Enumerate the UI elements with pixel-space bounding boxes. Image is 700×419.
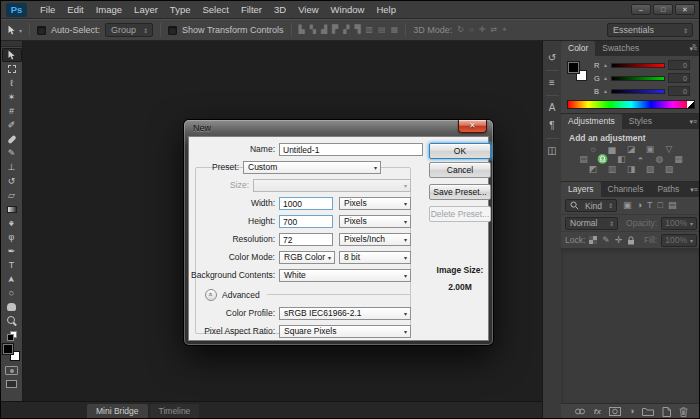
panel-menu-icon[interactable]: ▾≡	[686, 182, 700, 197]
move-tool[interactable]	[2, 48, 22, 62]
color-balance-icon[interactable]: ♎	[597, 155, 608, 164]
3d-rotate-icon[interactable]: ↻	[457, 26, 464, 34]
adjustments-tab-adjustments[interactable]: Adjustments	[561, 114, 622, 129]
color-spectrum-ramp[interactable]	[567, 100, 695, 109]
panel-menu-icon[interactable]: ▾≡	[685, 114, 700, 129]
resolution-unit-select[interactable]: Pixels/Inch ▾	[339, 233, 411, 246]
filter-type-layers-icon[interactable]: T	[647, 201, 653, 210]
paragraph-panel-icon[interactable]: ¶	[543, 117, 561, 135]
invert-icon[interactable]: ◩	[588, 165, 599, 174]
color-tab-color[interactable]: Color	[561, 41, 595, 56]
channel-slider[interactable]	[611, 89, 665, 94]
menu-layer[interactable]: Layer	[128, 1, 164, 19]
height-unit-select[interactable]: Pixels ▾	[339, 215, 411, 228]
posterize-icon[interactable]: ▥	[607, 165, 618, 174]
align-left-edges-icon[interactable]: ▙	[299, 26, 305, 34]
lock-all-icon[interactable]	[627, 236, 635, 245]
layer-effects-icon[interactable]: fx	[594, 408, 601, 416]
filter-pixel-layers-icon[interactable]: ▣	[623, 201, 632, 210]
channel-value[interactable]: 0	[668, 86, 690, 96]
vibrance-icon[interactable]: ▽	[664, 145, 675, 154]
foreground-color-chip[interactable]	[568, 62, 579, 73]
screen-mode-button[interactable]	[6, 380, 17, 388]
eyedropper-tool[interactable]: ✐	[2, 118, 22, 132]
menu-view[interactable]: View	[292, 1, 324, 19]
foreground-background-swatches[interactable]	[3, 344, 20, 361]
channel-slider[interactable]	[611, 63, 665, 68]
blend-mode-select[interactable]: Normal ⇕	[565, 217, 618, 230]
3d-roll-icon[interactable]: ○	[469, 26, 474, 34]
height-input[interactable]	[279, 215, 333, 228]
color-tab-swatches[interactable]: Swatches	[595, 41, 646, 56]
clone-stamp-tool[interactable]: ⊥	[2, 160, 22, 174]
new-adjustment-layer-icon[interactable]: ◑	[629, 407, 634, 416]
curves-icon[interactable]: ◪	[626, 145, 637, 154]
foreground-color-swatch[interactable]	[3, 344, 13, 354]
photo-filter-icon[interactable]: ◓	[635, 155, 646, 164]
filter-smart-objects-icon[interactable]: ▤	[668, 201, 677, 210]
preset-select[interactable]: Custom ▾	[243, 161, 381, 174]
lock-position-icon[interactable]: ✛	[615, 236, 623, 245]
dodge-tool[interactable]: φ	[2, 230, 22, 244]
path-selection-tool[interactable]: ➤	[2, 272, 22, 286]
filter-shape-layers-icon[interactable]: □	[657, 201, 662, 210]
history-brush-tool[interactable]: ↺	[2, 174, 22, 188]
delete-layer-icon[interactable]	[679, 407, 688, 417]
blur-tool[interactable]: ♠	[2, 216, 22, 230]
hand-tool[interactable]	[2, 300, 22, 314]
layers-tab-paths[interactable]: Paths	[650, 182, 686, 197]
character-panel-icon[interactable]: A	[543, 99, 561, 117]
pen-tool[interactable]: ✒	[2, 244, 22, 258]
auto-select-group-select[interactable]: Group ⇕	[105, 23, 153, 37]
dialog-close-button[interactable]: ✕	[458, 120, 487, 133]
rectangular-marquee-tool[interactable]	[2, 62, 22, 76]
properties-panel-icon[interactable]: ≡	[543, 74, 561, 92]
background-contents-select[interactable]: White ▾	[279, 269, 411, 282]
color-lookup-icon[interactable]: ▦	[673, 155, 684, 164]
quick-selection-tool[interactable]: ✶	[2, 90, 22, 104]
layers-tab-layers[interactable]: Layers	[561, 182, 601, 197]
type-tool[interactable]: T	[2, 258, 22, 272]
3d-scale-icon[interactable]: ⌖	[502, 26, 507, 34]
tools-panel-header[interactable]	[1, 41, 22, 47]
channel-value[interactable]: 0	[668, 73, 690, 83]
lasso-tool[interactable]: ℓ	[2, 76, 22, 90]
distribute-vertically-icon[interactable]: ▤	[378, 26, 386, 34]
layers-list-empty[interactable]	[561, 248, 700, 403]
dialog-title[interactable]: New	[184, 120, 493, 136]
zoom-tool[interactable]	[2, 314, 22, 328]
advanced-collapse-button[interactable]: «	[205, 289, 217, 301]
default-colors-icon[interactable]	[7, 331, 17, 341]
menu-select[interactable]: Select	[196, 1, 234, 19]
distribute-horizontally-icon[interactable]: ▥	[366, 26, 374, 34]
ok-button[interactable]: OK	[429, 143, 491, 159]
gradient-map-icon[interactable]: ▧	[645, 165, 656, 174]
cancel-button[interactable]: Cancel	[429, 162, 491, 178]
menu-3d[interactable]: 3D	[268, 1, 292, 19]
align-bottom-edges-icon[interactable]: ▜	[354, 26, 360, 34]
lock-transparent-pixels-icon[interactable]	[589, 236, 597, 244]
3d-drag-icon[interactable]: ✛	[479, 26, 486, 34]
eraser-tool[interactable]: ▱	[2, 188, 22, 202]
layers-tab-channels[interactable]: Channels	[601, 182, 651, 197]
pixel-aspect-ratio-select[interactable]: Square Pixels ▾	[279, 325, 411, 338]
channel-mixer-icon[interactable]: ◍	[654, 155, 665, 164]
bottom-tab-mini-bridge[interactable]: Mini Bridge	[87, 404, 148, 419]
show-transform-checkbox[interactable]	[168, 26, 177, 35]
width-unit-select[interactable]: Pixels ▾	[339, 197, 411, 210]
ellipse-tool[interactable]: ○	[2, 286, 22, 300]
3d-slide-icon[interactable]: ⇄	[491, 26, 498, 34]
auto-select-checkbox[interactable]	[37, 26, 46, 35]
new-group-icon[interactable]	[642, 407, 654, 416]
threshold-icon[interactable]: ◨	[626, 165, 637, 174]
crop-tool[interactable]: #	[2, 104, 22, 118]
workspace-switcher[interactable]: Essentials ⇕	[607, 23, 693, 37]
opacity-value[interactable]: 100% ▾	[661, 217, 697, 230]
panel-color-swatches[interactable]	[568, 62, 590, 84]
adjustments-tab-styles[interactable]: Styles	[622, 114, 659, 129]
maximize-button[interactable]: □	[653, 4, 673, 15]
width-input[interactable]	[279, 197, 333, 210]
name-input[interactable]	[279, 143, 423, 156]
fill-value[interactable]: 100% ▾	[661, 234, 697, 247]
link-layers-icon[interactable]	[574, 408, 586, 415]
